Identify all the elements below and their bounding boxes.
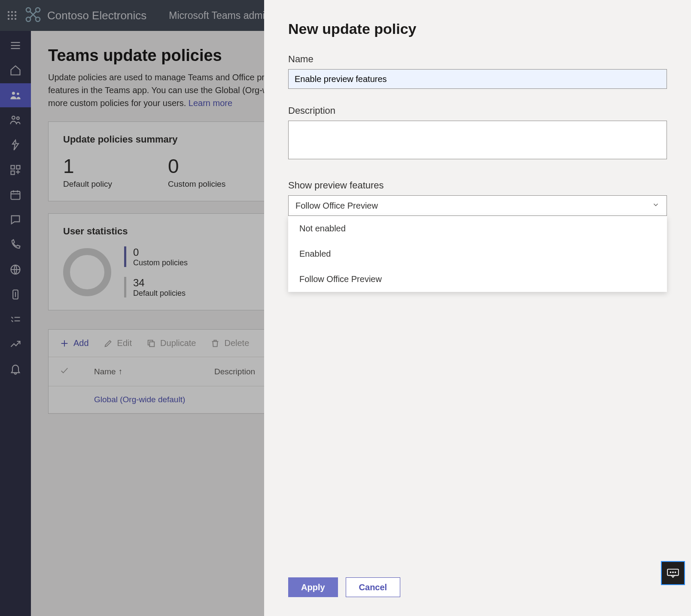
select-all-checkbox[interactable] (60, 366, 94, 377)
svg-rect-20 (11, 166, 15, 169)
brand-logo-group[interactable]: Contoso Electronics (25, 6, 146, 24)
custom-policy-label: Custom policies (168, 179, 225, 189)
default-policy-label: Default policy (63, 179, 112, 189)
nav-devices-icon[interactable] (0, 133, 31, 157)
option-follow-office[interactable]: Follow Office Preview (288, 267, 667, 292)
cancel-button[interactable]: Cancel (346, 577, 401, 597)
left-nav-rail (0, 31, 31, 616)
svg-point-36 (670, 572, 671, 573)
name-label: Name (288, 54, 667, 65)
row-name[interactable]: Global (Org-wide default) (94, 395, 214, 404)
preview-select[interactable]: Follow Office Preview (288, 195, 667, 216)
svg-rect-21 (16, 166, 20, 169)
user-default-label: Default policies (133, 289, 186, 298)
nav-teams-icon[interactable] (0, 83, 31, 107)
user-custom-label: Custom policies (133, 258, 188, 267)
svg-point-37 (673, 572, 674, 573)
nav-policy-icon[interactable] (0, 282, 31, 306)
description-input[interactable] (288, 121, 667, 159)
nav-voice-icon[interactable] (0, 233, 31, 257)
svg-point-18 (12, 116, 15, 119)
default-bar-icon (124, 277, 126, 297)
option-enabled[interactable]: Enabled (288, 241, 667, 267)
svg-point-16 (12, 92, 15, 95)
svg-point-2 (15, 11, 16, 13)
name-input[interactable] (288, 69, 667, 89)
panel-title: New update policy (288, 21, 667, 37)
description-label: Description (288, 105, 667, 116)
chat-icon (667, 568, 679, 578)
svg-rect-22 (11, 171, 15, 174)
svg-point-7 (11, 18, 13, 20)
nav-planning-icon[interactable] (0, 307, 31, 331)
new-policy-panel: New update policy Name Description Show … (264, 0, 691, 616)
select-label: Show preview features (288, 180, 667, 191)
user-custom-count: 0 (133, 246, 188, 258)
svg-rect-34 (149, 342, 154, 346)
svg-point-17 (17, 93, 19, 95)
svg-rect-23 (11, 191, 20, 200)
nav-hamburger[interactable] (0, 33, 31, 58)
nav-meetings-icon[interactable] (0, 183, 31, 207)
svg-point-6 (8, 18, 9, 20)
option-not-enabled[interactable]: Not enabled (288, 216, 667, 241)
waffle-icon[interactable] (7, 10, 17, 21)
default-policy-count: 1 (63, 155, 112, 178)
user-default-count: 34 (133, 277, 186, 289)
nav-messaging-icon[interactable] (0, 208, 31, 232)
preview-dropdown: Not enabled Enabled Follow Office Previe… (288, 216, 667, 292)
delete-button[interactable]: Delete (210, 338, 249, 348)
svg-point-3 (8, 15, 9, 16)
svg-point-8 (15, 18, 16, 20)
nav-apps-icon[interactable] (0, 158, 31, 182)
svg-point-5 (15, 15, 16, 16)
svg-point-4 (11, 15, 13, 16)
duplicate-button[interactable]: Duplicate (146, 338, 196, 348)
nav-locations-icon[interactable] (0, 258, 31, 282)
nav-analytics-icon[interactable] (0, 332, 31, 356)
nav-home-icon[interactable] (0, 58, 31, 82)
edit-button[interactable]: Edit (103, 338, 132, 348)
custom-policy-count: 0 (168, 155, 225, 178)
chat-fab-button[interactable] (661, 561, 685, 585)
nav-notifications-icon[interactable] (0, 357, 31, 381)
custom-bar-icon (124, 246, 126, 267)
select-value: Follow Office Preview (295, 201, 378, 211)
learn-more-link[interactable]: Learn more (189, 98, 232, 108)
svg-point-1 (11, 11, 13, 13)
user-stats-donut-icon (63, 248, 111, 296)
svg-point-19 (17, 117, 19, 119)
chevron-down-icon (652, 201, 660, 211)
brand-name: Contoso Electronics (47, 9, 146, 22)
add-button[interactable]: Add (60, 338, 89, 348)
col-name[interactable]: Name↑ (94, 367, 214, 376)
apply-button[interactable]: Apply (288, 577, 338, 597)
nav-users-icon[interactable] (0, 108, 31, 132)
svg-point-0 (8, 11, 9, 13)
drone-logo-icon (25, 6, 41, 24)
sort-up-icon: ↑ (119, 367, 123, 376)
svg-point-38 (675, 572, 676, 573)
